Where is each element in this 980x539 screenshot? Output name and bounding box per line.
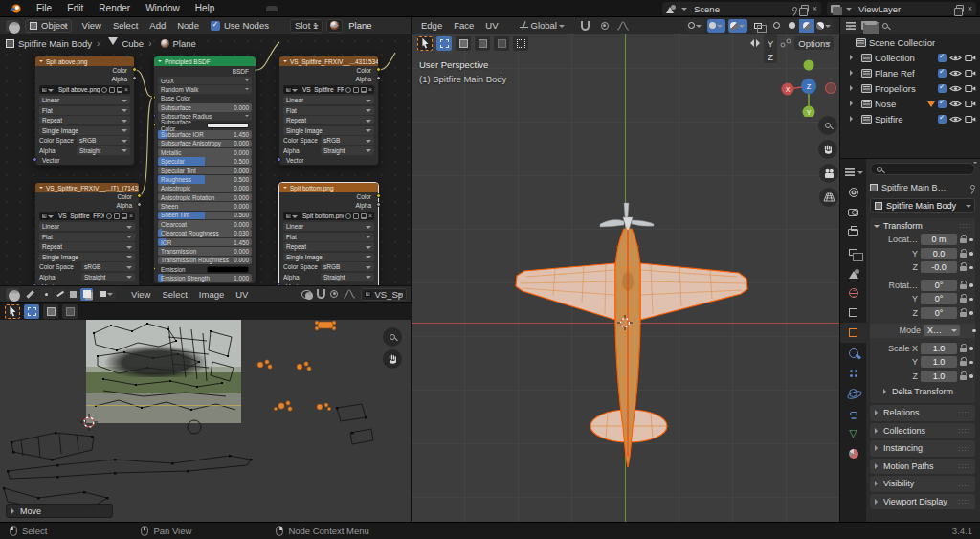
lock-icon[interactable]	[960, 253, 967, 258]
spitfire-mesh[interactable]	[412, 34, 840, 522]
outliner-item-label[interactable]: Spitfire	[875, 114, 935, 124]
uv-select-subtract-button[interactable]	[62, 304, 78, 319]
bsdf-input-row[interactable]: Subsurface Anisotropy 0.000	[158, 140, 252, 148]
unlink-image-icon[interactable]: ×	[129, 213, 133, 219]
unlink-image-icon[interactable]: ×	[368, 86, 372, 93]
workspace-tab[interactable]	[335, 7, 346, 11]
camera-icon[interactable]	[965, 69, 976, 78]
image-texture-node[interactable]: Spit bottom.png Color Alpha Spit bottom.…	[278, 182, 379, 285]
source-dropdown[interactable]: Single Image	[283, 126, 374, 135]
tab-output[interactable]	[840, 222, 866, 242]
camera-icon[interactable]	[965, 84, 976, 93]
show-overlays-dropdown[interactable]	[707, 19, 725, 33]
gizmo-axis-neg-x[interactable]	[826, 83, 836, 94]
uv-select-edge-icon[interactable]	[54, 288, 66, 301]
use-nodes-checkbox[interactable]	[211, 21, 220, 31]
panel-grip[interactable]: ::::	[958, 409, 970, 417]
viewport-zoom-button[interactable]	[818, 116, 837, 135]
extension-dropdown[interactable]: Repeat	[39, 116, 130, 124]
viewport-menu-item[interactable]: UV	[479, 20, 503, 31]
interpolation-dropdown[interactable]: Linear	[283, 222, 374, 231]
pin-icon[interactable]	[792, 7, 797, 11]
uv-falloff-icon[interactable]	[343, 289, 356, 299]
color-output-socket[interactable]: Color	[279, 192, 378, 201]
uv-select-box-new-button[interactable]	[24, 304, 39, 319]
lock-icon[interactable]	[960, 284, 967, 289]
transform-panel-header[interactable]: Transform ::::	[870, 218, 975, 233]
outliner-item-label[interactable]: Plane Ref	[875, 68, 935, 79]
shading-wireframe-icon[interactable]	[768, 19, 784, 33]
node-header[interactable]: VS_Spitfire_FRXIV__...IT)_(7143115349).j…	[35, 183, 139, 192]
camera-icon[interactable]	[965, 115, 976, 124]
outliner-row[interactable]: Propellors	[840, 80, 980, 96]
shader-menu-item[interactable]: Node	[171, 20, 205, 31]
source-dropdown[interactable]: Single Image	[39, 253, 135, 261]
animate-dot[interactable]	[969, 311, 973, 315]
select-box-new-button[interactable]	[436, 36, 452, 51]
tab-modifiers[interactable]	[840, 343, 866, 363]
alpha-mode-dropdown[interactable]: Straight	[81, 273, 135, 281]
lock-icon[interactable]	[960, 312, 967, 317]
color-output-socket[interactable]: Color	[279, 66, 378, 75]
uv-select-extend-button[interactable]	[43, 304, 58, 319]
remove-viewlayer-icon[interactable]: ×	[968, 5, 972, 13]
outliner-item-label[interactable]: Collection	[875, 53, 935, 63]
blender-logo-icon[interactable]	[8, 3, 23, 14]
properties-panel-header[interactable]: Viewport Display ::::	[870, 494, 975, 510]
alpha-output-socket[interactable]: Alpha	[279, 75, 378, 83]
tab-render[interactable]	[840, 202, 866, 222]
copy-image-icon[interactable]	[353, 213, 359, 219]
fake-user-icon[interactable]	[345, 87, 351, 93]
lock-icon[interactable]	[960, 375, 967, 380]
tab-collection[interactable]	[840, 303, 866, 323]
shader-menu-item[interactable]: View	[76, 20, 106, 31]
uv-select-face-icon[interactable]	[67, 288, 79, 301]
projection-dropdown[interactable]: Flat	[283, 233, 374, 241]
uv-pan-hand-button[interactable]	[383, 349, 402, 369]
object-name-field[interactable]: Spitfire Main Body	[870, 198, 975, 213]
bsdf-input-row[interactable]: IOR 1.450	[158, 238, 252, 247]
eye-icon[interactable]	[949, 84, 962, 93]
tab-material[interactable]	[840, 443, 866, 463]
projection-dropdown[interactable]: Flat	[283, 106, 374, 115]
animate-dot[interactable]	[969, 283, 973, 287]
workspace-tab[interactable]	[312, 7, 323, 11]
breadcrumb-item[interactable]: Spitfire Main Body	[6, 38, 92, 49]
alpha-mode-dropdown[interactable]: Straight	[321, 146, 374, 155]
color-space-dropdown[interactable]: sRGB	[321, 136, 374, 145]
interpolation-dropdown[interactable]: Linear	[39, 222, 135, 231]
select-intersect-button[interactable]	[513, 36, 528, 51]
workspace-tab[interactable]	[323, 7, 335, 11]
uv-canvas[interactable]: Move	[0, 320, 412, 522]
properties-panel-header[interactable]: Collections ::::	[870, 423, 975, 439]
alpha-output-socket[interactable]: Alpha	[279, 201, 378, 210]
lock-icon[interactable]	[960, 238, 967, 243]
fake-user-icon[interactable]	[106, 213, 112, 219]
extension-dropdown[interactable]: Repeat	[283, 242, 374, 251]
property-value-field[interactable]: X…	[924, 325, 960, 336]
exclude-checkbox[interactable]	[938, 100, 947, 108]
shading-solid-icon[interactable]	[784, 19, 799, 33]
uv-select-island-icon[interactable]	[80, 288, 93, 301]
bsdf-input-row[interactable]: Emission Strength 1.000	[158, 274, 252, 282]
shader-menu-item[interactable]: Add	[144, 20, 171, 31]
image-texture-node[interactable]: Spit above.png Color Alpha Spit above.pn…	[34, 56, 135, 166]
bsdf-input-row[interactable]: Specular 0.500	[158, 157, 252, 166]
uv-menu-item[interactable]: View	[125, 289, 156, 300]
workspace-tab[interactable]	[289, 7, 301, 11]
property-value-field[interactable]: 0 m	[921, 234, 957, 245]
property-value-field[interactable]: 1.0	[921, 356, 957, 368]
transform-orientation-dropdown[interactable]: Global	[520, 20, 568, 31]
gizmo-axis-neg-y[interactable]	[804, 60, 814, 71]
workspace-tab[interactable]	[278, 7, 289, 11]
interpolation-dropdown[interactable]: Linear	[39, 96, 130, 104]
select-invert-button[interactable]	[494, 36, 509, 51]
bsdf-input-row[interactable]: Subsurface Color	[158, 122, 252, 130]
bsdf-input-row[interactable]: GGX	[158, 77, 252, 85]
breadcrumb-item[interactable]: Plane	[148, 38, 196, 49]
uv-menu-item[interactable]: Select	[156, 289, 192, 300]
snap-base-icon[interactable]	[780, 38, 791, 48]
lock-icon[interactable]	[960, 348, 967, 352]
expand-arrow[interactable]	[11, 508, 17, 514]
uv-image-selector[interactable]: VS_Sp	[361, 288, 407, 301]
